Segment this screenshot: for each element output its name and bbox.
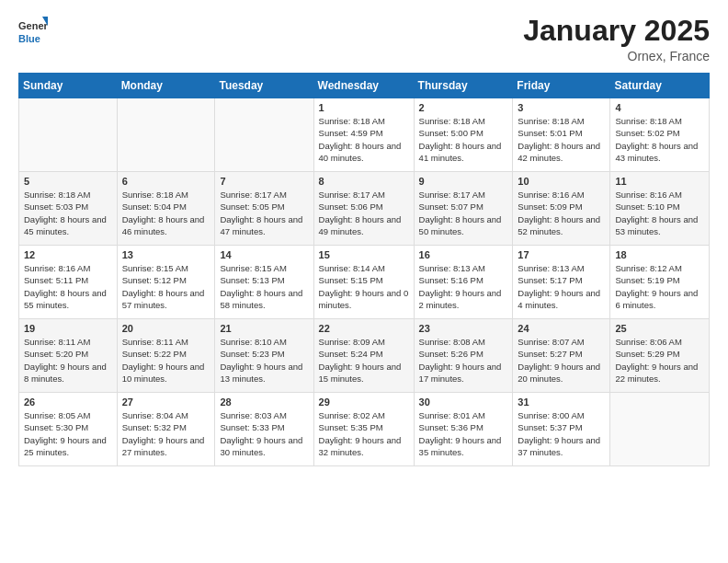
day-info: Sunrise: 8:12 AMSunset: 5:19 PMDaylight:… — [615, 263, 698, 310]
day-info: Sunrise: 8:15 AMSunset: 5:12 PMDaylight:… — [122, 263, 205, 310]
day-number: 26 — [24, 396, 112, 408]
day-info: Sunrise: 8:18 AMSunset: 5:03 PMDaylight:… — [24, 190, 107, 236]
day-number: 24 — [518, 323, 605, 334]
day-number: 13 — [122, 249, 210, 260]
day-number: 9 — [419, 176, 508, 187]
day-info: Sunrise: 8:16 AMSunset: 5:09 PMDaylight:… — [518, 190, 600, 236]
day-number: 4 — [615, 102, 704, 113]
day-cell: 1 Sunrise: 8:18 AMSunset: 4:59 PMDayligh… — [313, 98, 414, 172]
col-thursday: Thursday — [414, 74, 513, 98]
day-info: Sunrise: 8:18 AMSunset: 5:02 PMDaylight:… — [615, 116, 698, 163]
day-cell: 4 Sunrise: 8:18 AMSunset: 5:02 PMDayligh… — [610, 98, 710, 172]
day-info: Sunrise: 8:18 AMSunset: 5:01 PMDaylight:… — [518, 116, 600, 163]
day-info: Sunrise: 8:01 AMSunset: 5:36 PMDaylight:… — [419, 410, 502, 457]
day-cell: 20 Sunrise: 8:11 AMSunset: 5:22 PMDaylig… — [117, 319, 215, 393]
svg-text:Blue: Blue — [18, 33, 40, 44]
month-title: January 2025 — [523, 15, 710, 47]
col-friday: Friday — [513, 74, 610, 98]
day-cell: 25 Sunrise: 8:06 AMSunset: 5:29 PMDaylig… — [610, 319, 710, 393]
day-cell: 21 Sunrise: 8:10 AMSunset: 5:23 PMDaylig… — [215, 319, 313, 393]
day-cell: 10 Sunrise: 8:16 AMSunset: 5:09 PMDaylig… — [513, 172, 610, 246]
weekday-header-row: Sunday Monday Tuesday Wednesday Thursday… — [19, 74, 710, 98]
day-cell: 31 Sunrise: 8:00 AMSunset: 5:37 PMDaylig… — [513, 393, 610, 466]
day-cell: 11 Sunrise: 8:16 AMSunset: 5:10 PMDaylig… — [610, 172, 710, 246]
day-cell: 5 Sunrise: 8:18 AMSunset: 5:03 PMDayligh… — [19, 172, 118, 246]
week-row-5: 26 Sunrise: 8:05 AMSunset: 5:30 PMDaylig… — [19, 393, 710, 466]
day-number: 29 — [319, 396, 409, 408]
day-number: 5 — [24, 176, 112, 187]
day-info: Sunrise: 8:11 AMSunset: 5:22 PMDaylight:… — [122, 337, 205, 384]
day-number: 6 — [122, 176, 210, 187]
day-info: Sunrise: 8:07 AMSunset: 5:27 PMDaylight:… — [518, 337, 600, 384]
week-row-4: 19 Sunrise: 8:11 AMSunset: 5:20 PMDaylig… — [19, 319, 710, 393]
day-info: Sunrise: 8:18 AMSunset: 5:00 PMDaylight:… — [419, 116, 502, 163]
day-number: 27 — [122, 396, 210, 408]
day-cell: 7 Sunrise: 8:17 AMSunset: 5:05 PMDayligh… — [215, 172, 313, 246]
day-number: 31 — [518, 396, 605, 408]
day-info: Sunrise: 8:14 AMSunset: 5:15 PMDaylight:… — [319, 263, 409, 310]
logo-svg: General Blue — [18, 15, 48, 50]
col-tuesday: Tuesday — [215, 74, 313, 98]
day-cell — [19, 98, 118, 172]
day-number: 7 — [220, 176, 308, 187]
day-info: Sunrise: 8:17 AMSunset: 5:07 PMDaylight:… — [419, 190, 502, 236]
day-number: 10 — [518, 176, 605, 187]
day-info: Sunrise: 8:11 AMSunset: 5:20 PMDaylight:… — [24, 337, 107, 384]
day-cell — [215, 98, 313, 172]
calendar: Sunday Monday Tuesday Wednesday Thursday… — [18, 73, 710, 466]
day-cell: 8 Sunrise: 8:17 AMSunset: 5:06 PMDayligh… — [313, 172, 414, 246]
day-info: Sunrise: 8:16 AMSunset: 5:10 PMDaylight:… — [615, 190, 698, 236]
day-cell: 14 Sunrise: 8:15 AMSunset: 5:13 PMDaylig… — [215, 246, 313, 319]
day-cell: 28 Sunrise: 8:03 AMSunset: 5:33 PMDaylig… — [215, 393, 313, 466]
day-info: Sunrise: 8:03 AMSunset: 5:33 PMDaylight:… — [220, 410, 302, 457]
day-number: 22 — [319, 323, 409, 334]
day-cell — [117, 98, 215, 172]
day-info: Sunrise: 8:10 AMSunset: 5:23 PMDaylight:… — [220, 337, 302, 384]
day-cell: 2 Sunrise: 8:18 AMSunset: 5:00 PMDayligh… — [414, 98, 513, 172]
day-cell: 30 Sunrise: 8:01 AMSunset: 5:36 PMDaylig… — [414, 393, 513, 466]
day-info: Sunrise: 8:09 AMSunset: 5:24 PMDaylight:… — [319, 337, 402, 384]
day-cell — [610, 393, 710, 466]
day-info: Sunrise: 8:13 AMSunset: 5:17 PMDaylight:… — [518, 263, 600, 310]
day-cell: 9 Sunrise: 8:17 AMSunset: 5:07 PMDayligh… — [414, 172, 513, 246]
svg-text:General: General — [18, 20, 48, 31]
day-cell: 27 Sunrise: 8:04 AMSunset: 5:32 PMDaylig… — [117, 393, 215, 466]
day-number: 1 — [319, 102, 409, 113]
day-number: 2 — [419, 102, 508, 113]
day-number: 16 — [419, 249, 508, 260]
day-cell: 24 Sunrise: 8:07 AMSunset: 5:27 PMDaylig… — [513, 319, 610, 393]
day-number: 11 — [615, 176, 704, 187]
day-cell: 12 Sunrise: 8:16 AMSunset: 5:11 PMDaylig… — [19, 246, 118, 319]
day-number: 18 — [615, 249, 704, 260]
day-info: Sunrise: 8:06 AMSunset: 5:29 PMDaylight:… — [615, 337, 698, 384]
day-cell: 29 Sunrise: 8:02 AMSunset: 5:35 PMDaylig… — [313, 393, 414, 466]
day-info: Sunrise: 8:18 AMSunset: 5:04 PMDaylight:… — [122, 190, 205, 236]
day-info: Sunrise: 8:13 AMSunset: 5:16 PMDaylight:… — [419, 263, 502, 310]
day-cell: 16 Sunrise: 8:13 AMSunset: 5:16 PMDaylig… — [414, 246, 513, 319]
day-info: Sunrise: 8:16 AMSunset: 5:11 PMDaylight:… — [24, 263, 107, 310]
day-cell: 17 Sunrise: 8:13 AMSunset: 5:17 PMDaylig… — [513, 246, 610, 319]
col-monday: Monday — [117, 74, 215, 98]
page: General Blue January 2025 Ornex, France … — [0, 0, 728, 563]
location: Ornex, France — [523, 49, 710, 63]
day-info: Sunrise: 8:17 AMSunset: 5:05 PMDaylight:… — [220, 190, 302, 236]
day-number: 12 — [24, 249, 112, 260]
day-info: Sunrise: 8:18 AMSunset: 4:59 PMDaylight:… — [319, 116, 402, 163]
day-number: 17 — [518, 249, 605, 260]
day-number: 20 — [122, 323, 210, 334]
day-cell: 23 Sunrise: 8:08 AMSunset: 5:26 PMDaylig… — [414, 319, 513, 393]
day-info: Sunrise: 8:04 AMSunset: 5:32 PMDaylight:… — [122, 410, 205, 457]
day-number: 30 — [419, 396, 508, 408]
day-cell: 3 Sunrise: 8:18 AMSunset: 5:01 PMDayligh… — [513, 98, 610, 172]
week-row-3: 12 Sunrise: 8:16 AMSunset: 5:11 PMDaylig… — [19, 246, 710, 319]
header: General Blue January 2025 Ornex, France — [18, 15, 710, 63]
day-number: 28 — [220, 396, 308, 408]
day-cell: 6 Sunrise: 8:18 AMSunset: 5:04 PMDayligh… — [117, 172, 215, 246]
day-cell: 18 Sunrise: 8:12 AMSunset: 5:19 PMDaylig… — [610, 246, 710, 319]
day-cell: 26 Sunrise: 8:05 AMSunset: 5:30 PMDaylig… — [19, 393, 118, 466]
day-number: 19 — [24, 323, 112, 334]
day-info: Sunrise: 8:00 AMSunset: 5:37 PMDaylight:… — [518, 410, 600, 457]
day-info: Sunrise: 8:15 AMSunset: 5:13 PMDaylight:… — [220, 263, 302, 310]
day-number: 21 — [220, 323, 308, 334]
day-number: 8 — [319, 176, 409, 187]
